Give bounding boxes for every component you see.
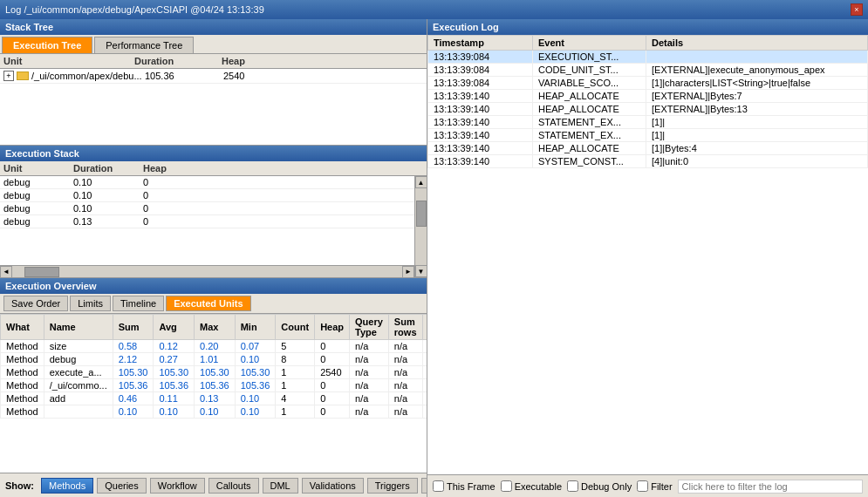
- tab-performance-tree[interactable]: Performance Tree: [94, 37, 194, 53]
- show-btn-queries[interactable]: Queries: [97, 478, 147, 494]
- log-row[interactable]: 13:13:39:140STATEMENT_EX...[1]|: [428, 116, 868, 129]
- log-table-wrap: Timestamp Event Details 13:13:39:084EXEC…: [427, 35, 868, 474]
- tab-timeline[interactable]: Timeline: [113, 296, 164, 311]
- log-row[interactable]: 13:13:39:140STATEMENT_EX...[1]|: [428, 129, 868, 142]
- overview-row[interactable]: Methodexecute_a...105.30105.30105.30105.…: [1, 366, 427, 379]
- tab-save-order[interactable]: Save Order: [3, 296, 68, 311]
- overview-cell: 0.10: [154, 405, 195, 419]
- overview-cell: 0.46: [113, 392, 154, 405]
- log-row[interactable]: 13:13:39:084CODE_UNIT_ST...[EXTERNAL]|ex…: [428, 64, 868, 77]
- log-row[interactable]: 13:13:39:140HEAP_ALLOCATE[EXTERNAL]|Byte…: [428, 103, 868, 116]
- show-btn-methods[interactable]: Methods: [41, 478, 93, 494]
- show-bar: Show: Methods Queries Workflow Callouts …: [0, 473, 427, 497]
- this-frame-checkbox[interactable]: [433, 480, 444, 492]
- scroll-left-arrow[interactable]: ◄: [0, 266, 12, 278]
- tab-executed-units[interactable]: Executed Units: [166, 296, 250, 311]
- overview-cell: n/a: [350, 353, 389, 366]
- overview-cell: 0.10: [235, 353, 276, 366]
- overview-table: What Name Sum Avg Max Min Count Heap Que…: [0, 314, 427, 419]
- tree-row-duration: 105.36: [145, 71, 223, 81]
- show-btn-validations[interactable]: Validations: [302, 478, 364, 494]
- overview-cell: 105.36: [154, 379, 195, 392]
- overview-cell: Method: [1, 340, 44, 353]
- overview-cell: 105.36: [113, 379, 154, 392]
- tree-row[interactable]: + /_ui/common/apex/debu... 105.36 2540: [0, 69, 427, 84]
- tab-limits[interactable]: Limits: [70, 296, 111, 311]
- log-filter-bar: This Frame Executable Debug Only Filter: [427, 474, 868, 497]
- show-btn-pages[interactable]: Pages: [421, 478, 427, 494]
- stack-scrollbar[interactable]: ▲ ▼: [414, 176, 427, 277]
- overview-cell: 0: [315, 392, 350, 405]
- horiz-scroll-thumb[interactable]: [24, 267, 59, 277]
- executable-checkbox-label[interactable]: Executable: [501, 480, 562, 492]
- log-cell: [1]|characters|LIST<String>|true|false: [646, 77, 868, 90]
- overview-row[interactable]: Methodsize0.580.120.200.0750n/an/an/an/a…: [1, 340, 427, 353]
- log-cell: EXECUTION_ST...: [533, 51, 646, 64]
- overview-cell: 1: [276, 405, 315, 419]
- log-cell: VARIABLE_SCO...: [533, 77, 646, 90]
- scroll-up-arrow[interactable]: ▲: [415, 176, 427, 188]
- debug-only-checkbox[interactable]: [567, 480, 578, 492]
- close-button[interactable]: ×: [851, 3, 863, 16]
- overview-cell: n/a: [350, 366, 389, 379]
- filter-checkbox[interactable]: [637, 480, 648, 492]
- log-row[interactable]: 13:13:39:140HEAP_ALLOCATE[1]|Bytes:4: [428, 142, 868, 155]
- stack-row: debug 0.10 0: [0, 189, 414, 202]
- filter-checkbox-label[interactable]: Filter: [637, 480, 672, 492]
- horiz-scrollbar[interactable]: ◄ ►: [0, 265, 414, 277]
- debug-only-checkbox-label[interactable]: Debug Only: [567, 480, 632, 492]
- stack-dur-2: 0.10: [73, 203, 143, 214]
- executable-checkbox[interactable]: [501, 480, 512, 492]
- overview-cell: 4: [276, 392, 315, 405]
- execution-overview-header: Execution Overview: [0, 278, 427, 294]
- stack-col-heap: Heap: [143, 163, 213, 174]
- scroll-right-arrow[interactable]: ►: [402, 266, 414, 278]
- log-th-event: Event: [533, 36, 646, 51]
- overview-cell: 1: [276, 366, 315, 379]
- title-bar: Log /_ui/common/apex/debug/ApexCSIAPI @0…: [0, 0, 868, 19]
- overview-row[interactable]: Methodadd0.460.110.130.1040n/an/an/an/an…: [1, 392, 427, 405]
- overview-row[interactable]: Method/_ui/commo...105.36105.36105.36105…: [1, 379, 427, 392]
- overview-cell: 0.10: [235, 405, 276, 419]
- overview-cell: Method: [1, 353, 44, 366]
- log-row[interactable]: 13:13:39:084EXECUTION_ST...: [428, 51, 868, 64]
- this-frame-label: This Frame: [447, 481, 496, 492]
- log-cell: STATEMENT_EX...: [533, 116, 646, 129]
- log-cell: CODE_UNIT_ST...: [533, 64, 646, 77]
- overview-cell: 0: [315, 353, 350, 366]
- overview-cell: 0.10: [113, 405, 154, 419]
- filter-label: Filter: [651, 481, 672, 492]
- log-cell: 13:13:39:140: [428, 103, 533, 116]
- overview-row[interactable]: Methoddebug2.120.271.010.1080n/an/an/an/…: [1, 353, 427, 366]
- stack-dur-0: 0.10: [73, 177, 143, 187]
- log-row[interactable]: 13:13:39:084VARIABLE_SCO...[1]|character…: [428, 77, 868, 90]
- this-frame-checkbox-label[interactable]: This Frame: [433, 480, 496, 492]
- scroll-down-arrow[interactable]: ▼: [415, 265, 427, 277]
- overview-cell: n/a: [388, 353, 422, 366]
- log-row[interactable]: 13:13:39:140HEAP_ALLOCATE[EXTERNAL]|Byte…: [428, 90, 868, 103]
- log-th-details: Details: [646, 36, 868, 51]
- log-cell: [EXTERNAL]|execute_anonymous_apex: [646, 64, 868, 77]
- overview-cell: 0: [315, 379, 350, 392]
- expand-icon[interactable]: +: [3, 71, 14, 81]
- overview-cell: 0: [315, 405, 350, 419]
- show-btn-callouts[interactable]: Callouts: [208, 478, 259, 494]
- log-cell: 13:13:39:084: [428, 51, 533, 64]
- scroll-thumb[interactable]: [416, 201, 427, 227]
- show-btn-triggers[interactable]: Triggers: [367, 478, 418, 494]
- log-row[interactable]: 13:13:39:140SYSTEM_CONST...[4]|unit:0: [428, 155, 868, 168]
- overview-cell: 2540: [315, 366, 350, 379]
- log-cell: STATEMENT_EX...: [533, 129, 646, 142]
- tab-execution-tree[interactable]: Execution Tree: [2, 37, 92, 53]
- overview-row[interactable]: Method0.100.100.100.1010n/an/an/an/an/a: [1, 405, 427, 419]
- col-header-unit: Unit: [3, 56, 134, 66]
- overview-cell: 105.36: [195, 379, 236, 392]
- overview-cell: n/a: [388, 340, 422, 353]
- overview-cell: n/a: [350, 340, 389, 353]
- overview-cell: n/a: [422, 353, 427, 366]
- filter-input[interactable]: [678, 480, 863, 494]
- show-btn-workflow[interactable]: Workflow: [150, 478, 205, 494]
- log-cell: 13:13:39:140: [428, 129, 533, 142]
- show-btn-dml[interactable]: DML: [263, 478, 298, 494]
- tree-row-heap: 2540: [223, 71, 293, 81]
